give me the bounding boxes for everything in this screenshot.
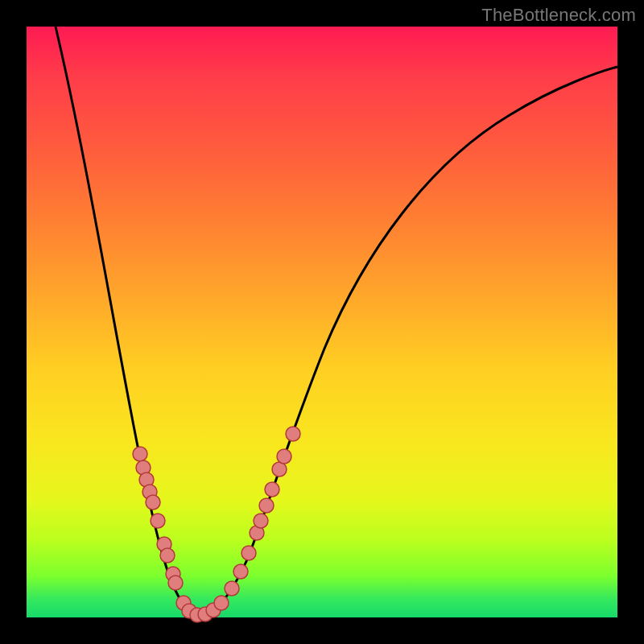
marker-dot (214, 596, 229, 610)
marker-dot (259, 498, 274, 513)
marker-dot (265, 482, 279, 497)
marker-dot (168, 576, 183, 590)
marker-dot (133, 447, 147, 461)
marker-dot (151, 514, 165, 528)
marker-dot (225, 581, 239, 596)
curve-layer (27, 27, 617, 617)
bottleneck-curve (56, 27, 617, 615)
marker-group (133, 427, 300, 622)
plot-area (27, 27, 617, 617)
marker-dot (286, 427, 300, 441)
marker-dot (233, 564, 248, 579)
marker-dot (146, 495, 160, 510)
marker-dot (277, 449, 291, 464)
marker-dot (160, 548, 175, 563)
watermark-text: TheBottleneck.com (481, 5, 636, 26)
chart-frame: TheBottleneck.com (0, 0, 644, 644)
marker-dot (242, 546, 256, 560)
marker-dot (254, 514, 268, 528)
